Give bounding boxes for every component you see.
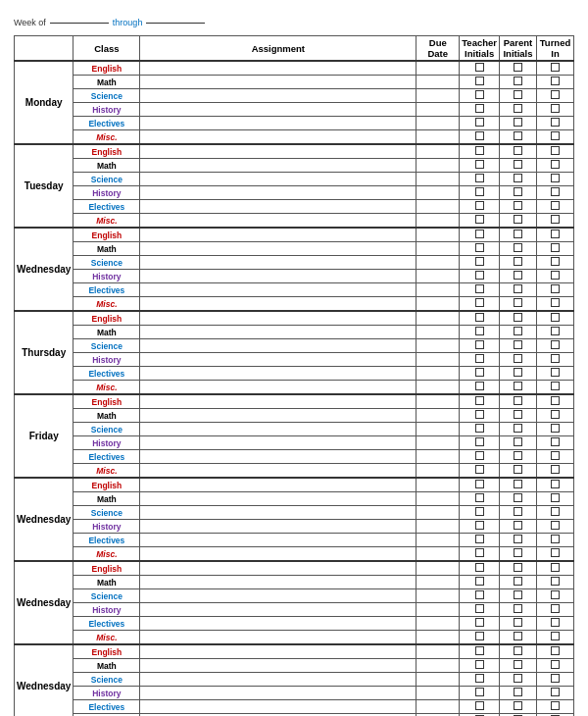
parent-checkbox[interactable] [514,660,522,669]
turned-in-checkbox[interactable] [551,632,560,640]
due-date-cell[interactable] [416,353,460,367]
parent-initials-cell[interactable] [500,673,537,687]
parent-checkbox[interactable] [514,160,522,169]
parent-checkbox[interactable] [514,410,522,419]
teacher-checkbox[interactable] [475,563,484,572]
turned-in-checkbox[interactable] [551,437,560,446]
assignment-cell[interactable] [140,576,416,589]
turned-in-checkbox[interactable] [551,230,560,238]
parent-checkbox[interactable] [514,437,522,446]
turned-in-checkbox[interactable] [551,701,560,710]
due-date-cell[interactable] [416,687,460,700]
teacher-initials-cell[interactable] [460,520,500,534]
teacher-initials-cell[interactable] [460,492,500,506]
parent-checkbox[interactable] [514,187,522,196]
parent-checkbox[interactable] [514,604,522,613]
teacher-checkbox[interactable] [475,535,484,543]
teacher-initials-cell[interactable] [460,242,500,256]
turned-in-checkbox[interactable] [551,451,560,460]
parent-checkbox[interactable] [514,131,522,140]
parent-checkbox[interactable] [514,521,522,530]
teacher-initials-cell[interactable] [460,76,500,89]
teacher-checkbox[interactable] [475,437,484,446]
parent-initials-cell[interactable] [500,506,537,520]
parent-initials-cell[interactable] [500,89,537,103]
teacher-checkbox[interactable] [475,327,484,335]
turned-in-checkbox[interactable] [551,382,560,390]
parent-initials-cell[interactable] [500,423,537,436]
due-date-cell[interactable] [416,576,460,589]
parent-checkbox[interactable] [514,507,522,516]
turned-in-cell[interactable] [537,464,574,479]
assignment-cell[interactable] [140,617,416,631]
teacher-initials-cell[interactable] [460,214,500,229]
parent-initials-cell[interactable] [500,339,537,353]
teacher-checkbox[interactable] [475,354,484,363]
assignment-cell[interactable] [140,534,416,547]
teacher-initials-cell[interactable] [460,409,500,423]
parent-checkbox[interactable] [514,340,522,349]
teacher-checkbox[interactable] [475,201,484,210]
parent-checkbox[interactable] [514,480,522,488]
turned-in-checkbox[interactable] [551,298,560,307]
parent-initials-cell[interactable] [500,617,537,631]
parent-initials-cell[interactable] [500,76,537,89]
teacher-initials-cell[interactable] [460,130,500,145]
turned-in-cell[interactable] [537,659,574,673]
parent-checkbox[interactable] [514,548,522,557]
turned-in-checkbox[interactable] [551,507,560,516]
teacher-checkbox[interactable] [475,298,484,307]
parent-initials-cell[interactable] [500,492,537,506]
turned-in-cell[interactable] [537,270,574,283]
teacher-initials-cell[interactable] [460,464,500,479]
parent-initials-cell[interactable] [500,326,537,339]
teacher-initials-cell[interactable] [460,394,500,409]
teacher-checkbox[interactable] [475,465,484,474]
teacher-initials-cell[interactable] [460,644,500,659]
turned-in-checkbox[interactable] [551,243,560,252]
teacher-checkbox[interactable] [475,424,484,433]
teacher-checkbox[interactable] [475,77,484,85]
parent-initials-cell[interactable] [500,186,537,200]
due-date-cell[interactable] [416,534,460,547]
due-date-cell[interactable] [416,311,460,326]
teacher-checkbox[interactable] [475,604,484,613]
assignment-cell[interactable] [140,492,416,506]
teacher-checkbox[interactable] [475,174,484,182]
parent-checkbox[interactable] [514,701,522,710]
turned-in-checkbox[interactable] [551,104,560,113]
turned-in-checkbox[interactable] [551,688,560,696]
due-date-cell[interactable] [416,326,460,339]
assignment-cell[interactable] [140,339,416,353]
teacher-initials-cell[interactable] [460,381,500,395]
assignment-cell[interactable] [140,173,416,186]
parent-initials-cell[interactable] [500,173,537,186]
parent-checkbox[interactable] [514,632,522,640]
parent-initials-cell[interactable] [500,381,537,395]
due-date-cell[interactable] [416,173,460,186]
turned-in-cell[interactable] [537,159,574,173]
parent-initials-cell[interactable] [500,644,537,659]
teacher-initials-cell[interactable] [460,673,500,687]
due-date-cell[interactable] [416,673,460,687]
teacher-initials-cell[interactable] [460,576,500,589]
turned-in-cell[interactable] [537,89,574,103]
assignment-cell[interactable] [140,367,416,381]
parent-checkbox[interactable] [514,230,522,238]
teacher-checkbox[interactable] [475,674,484,683]
parent-initials-cell[interactable] [500,242,537,256]
turned-in-checkbox[interactable] [551,131,560,140]
assignment-cell[interactable] [140,76,416,89]
due-date-cell[interactable] [416,270,460,283]
turned-in-checkbox[interactable] [551,201,560,210]
due-date-cell[interactable] [416,367,460,381]
parent-checkbox[interactable] [514,146,522,155]
parent-checkbox[interactable] [514,674,522,683]
parent-initials-cell[interactable] [500,394,537,409]
turned-in-cell[interactable] [537,603,574,617]
parent-checkbox[interactable] [514,688,522,696]
parent-initials-cell[interactable] [500,144,537,159]
turned-in-checkbox[interactable] [551,618,560,627]
teacher-checkbox[interactable] [475,548,484,557]
parent-initials-cell[interactable] [500,228,537,242]
